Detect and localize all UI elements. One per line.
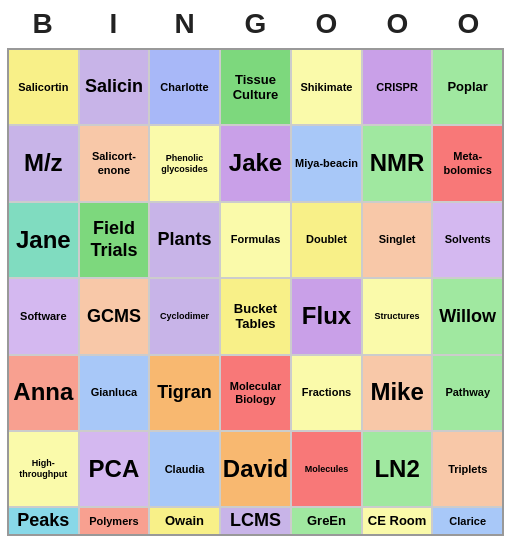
cell: Poplar [433,50,502,124]
cell: Solvents [433,203,502,277]
cell: Cyclodimer [150,279,219,353]
cell: M/z [9,126,78,200]
cell: PCA [80,432,149,506]
cell: Salicortin [9,50,78,124]
bingo-header: B I N G O O O [7,0,504,48]
cell: Jake [221,126,290,200]
cell: David [221,432,290,506]
cell: GCMS [80,279,149,353]
header-o3: O [435,8,503,40]
cell: Molecules [292,432,361,506]
cell: CE Room [363,508,432,534]
cell: Formulas [221,203,290,277]
header-o1: O [293,8,361,40]
cell: Peaks [9,508,78,534]
cell: Molecular Biology [221,356,290,430]
cell: Software [9,279,78,353]
cell: Gianluca [80,356,149,430]
cell: Bucket Tables [221,279,290,353]
header-b: B [9,8,77,40]
cell: Salicort-enone [80,126,149,200]
cell: Singlet [363,203,432,277]
bingo-grid: SalicortinSalicinCharlotteTissue Culture… [7,48,504,536]
cell: Doublet [292,203,361,277]
cell: High-throughput [9,432,78,506]
cell: NMR [363,126,432,200]
cell: Salicin [80,50,149,124]
cell: Flux [292,279,361,353]
cell: Field Trials [80,203,149,277]
cell: Polymers [80,508,149,534]
cell: Structures [363,279,432,353]
cell: Fractions [292,356,361,430]
cell: LCMS [221,508,290,534]
cell: Clarice [433,508,502,534]
header-g: G [222,8,290,40]
cell: GreEn [292,508,361,534]
cell: LN2 [363,432,432,506]
cell: Charlotte [150,50,219,124]
cell: Miya-beacin [292,126,361,200]
cell: Willow [433,279,502,353]
cell: Triplets [433,432,502,506]
cell: Anna [9,356,78,430]
cell: Claudia [150,432,219,506]
cell: Jane [9,203,78,277]
cell: Pathway [433,356,502,430]
cell: Mike [363,356,432,430]
header-o2: O [364,8,432,40]
cell: Owain [150,508,219,534]
cell: Tigran [150,356,219,430]
header-i: I [80,8,148,40]
cell: Meta-bolomics [433,126,502,200]
cell: Tissue Culture [221,50,290,124]
header-n: N [151,8,219,40]
cell: CRISPR [363,50,432,124]
cell: Plants [150,203,219,277]
cell: Phenolic glycosides [150,126,219,200]
cell: Shikimate [292,50,361,124]
